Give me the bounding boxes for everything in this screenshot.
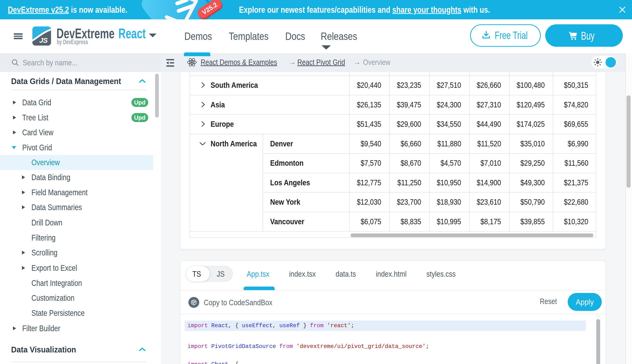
svg-text:JS: JS: [39, 36, 48, 44]
